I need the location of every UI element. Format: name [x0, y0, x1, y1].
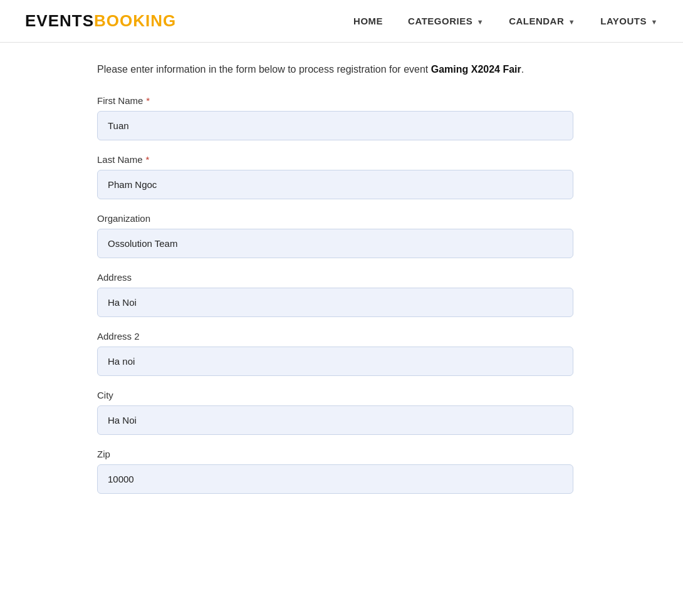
label-zip: Zip [97, 449, 586, 459]
nav-link-calendar[interactable]: CALENDAR ▼ [509, 16, 575, 26]
nav-link-categories[interactable]: CATEGORIES ▼ [408, 16, 484, 26]
input-address[interactable] [97, 288, 573, 317]
label-address: Address [97, 272, 586, 283]
label-city: City [97, 390, 586, 400]
nav-arrow-layouts: ▼ [649, 18, 658, 26]
label-first-name: First Name* [97, 95, 586, 106]
required-star-last-name: * [146, 154, 150, 165]
nav-link-home[interactable]: HOME [353, 16, 383, 26]
nav-item-categories[interactable]: CATEGORIES ▼ [408, 16, 484, 27]
input-zip[interactable] [97, 464, 573, 494]
form-group-last-name: Last Name* [97, 154, 586, 199]
nav-link-layouts[interactable]: LAYOUTS ▼ [600, 16, 658, 26]
nav-arrow-categories: ▼ [474, 18, 484, 26]
required-star-first-name: * [146, 95, 150, 106]
input-organization[interactable] [97, 229, 573, 258]
input-last-name[interactable] [97, 170, 573, 199]
registration-form: First Name*Last Name*OrganizationAddress… [97, 95, 586, 494]
label-last-name: Last Name* [97, 154, 586, 165]
form-group-organization: Organization [97, 213, 586, 258]
nav-arrow-calendar: ▼ [566, 18, 575, 26]
navbar: EVENTSBOOKING HOMECATEGORIES ▼CALENDAR ▼… [0, 0, 683, 43]
nav-item-layouts[interactable]: LAYOUTS ▼ [600, 16, 658, 27]
logo-events: EVENTS [25, 11, 94, 30]
form-group-first-name: First Name* [97, 95, 586, 140]
nav-item-home[interactable]: HOME [353, 16, 383, 27]
input-address2[interactable] [97, 347, 573, 376]
form-group-address2: Address 2 [97, 331, 586, 376]
intro-text: Please enter information in the form bel… [97, 61, 586, 78]
main-content: Please enter information in the form bel… [72, 43, 611, 545]
logo: EVENTSBOOKING [25, 11, 176, 31]
label-address2: Address 2 [97, 331, 586, 342]
label-organization: Organization [97, 213, 586, 224]
form-group-zip: Zip [97, 449, 586, 494]
input-city[interactable] [97, 405, 573, 435]
nav-item-calendar[interactable]: CALENDAR ▼ [509, 16, 575, 27]
nav-links: HOMECATEGORIES ▼CALENDAR ▼LAYOUTS ▼ [353, 16, 658, 27]
form-group-city: City [97, 390, 586, 435]
intro-text-before: Please enter information in the form bel… [97, 64, 431, 75]
form-group-address: Address [97, 272, 586, 317]
intro-text-after: . [521, 64, 524, 75]
input-first-name[interactable] [97, 111, 573, 140]
logo-booking: BOOKING [94, 11, 176, 30]
event-name: Gaming X2024 Fair [431, 64, 521, 75]
